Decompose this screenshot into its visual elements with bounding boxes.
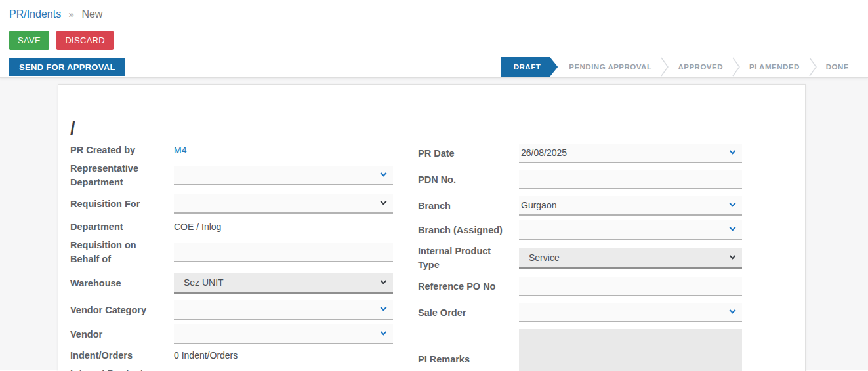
- chevron-down-icon: [381, 305, 387, 311]
- chevron-down-icon: [730, 201, 736, 207]
- department-value: COE / Inlog: [174, 220, 393, 232]
- discard-button[interactable]: DISCARD: [56, 31, 114, 50]
- form-sheet: / PR Created by M4 Representative Depart…: [58, 84, 806, 371]
- statusbar: DRAFT PENDING APPROVAL APPROVED PI AMEND…: [501, 56, 860, 77]
- field-vendor: Vendor: [70, 324, 393, 344]
- field-sale-order: Sale Order: [418, 303, 742, 322]
- form-right-column: PR Date 26/08/2025 PDN No. Branch: [418, 144, 742, 371]
- toolbar: SAVE DISCARD: [0, 25, 868, 56]
- status-step-pending-approval[interactable]: PENDING APPROVAL: [558, 63, 663, 71]
- status-step-draft[interactable]: DRAFT: [501, 57, 558, 77]
- field-requisition-on-behalf-of: Requisition on Behalf of: [70, 239, 393, 266]
- field-label: Warehouse: [70, 277, 174, 290]
- field-pi-remarks: PI Remarks: [418, 329, 742, 371]
- field-internal-product-type: Internal Product Type Service: [418, 244, 742, 272]
- status-step-pi-amended[interactable]: PI AMENDED: [738, 63, 811, 71]
- chevron-down-icon: [381, 170, 387, 177]
- field-label: Vendor Category: [70, 303, 174, 317]
- field-label: PDN No.: [418, 173, 519, 187]
- save-button[interactable]: SAVE: [9, 31, 49, 50]
- requisition-on-behalf-of-input[interactable]: [174, 243, 393, 262]
- chevron-down-icon: [381, 199, 387, 205]
- pi-remarks-textarea[interactable]: [519, 329, 742, 371]
- status-step-done[interactable]: DONE: [815, 63, 860, 71]
- field-label: PR Created by: [70, 144, 174, 157]
- sale-order-dropdown[interactable]: [519, 303, 742, 322]
- field-internal-product: Internal Product: [70, 367, 393, 371]
- chevron-down-icon: [381, 278, 387, 284]
- pr-date-picker[interactable]: 26/08/2025: [519, 144, 742, 163]
- field-label: Reference PO No: [418, 280, 519, 294]
- field-label: PR Date: [418, 147, 519, 161]
- field-warehouse: Warehouse Sez UNIT: [70, 273, 393, 294]
- field-label: Branch (Assigned): [418, 224, 519, 237]
- field-label: Internal Product: [70, 367, 174, 371]
- chevron-down-icon: [730, 225, 736, 231]
- form: PR Created by M4 Representative Departme…: [70, 144, 774, 371]
- status-step-approved[interactable]: APPROVED: [667, 63, 734, 71]
- field-label: Vendor: [70, 328, 174, 342]
- field-branch-assigned: Branch (Assigned): [418, 220, 742, 240]
- indent-orders-count: 0 Indent/Orders: [174, 349, 393, 361]
- reference-po-no-input[interactable]: [519, 277, 742, 296]
- form-left-column: PR Created by M4 Representative Departme…: [70, 144, 393, 371]
- breadcrumb-root-link[interactable]: PR/Indents: [9, 9, 61, 20]
- chevron-down-icon: [730, 253, 736, 260]
- branch-dropdown[interactable]: Gurgaon: [519, 196, 742, 216]
- content-area: / PR Created by M4 Representative Depart…: [0, 78, 868, 370]
- warehouse-select[interactable]: Sez UNIT: [174, 273, 393, 294]
- field-requisition-for: Requisition For: [70, 194, 393, 214]
- field-pr-created-by: PR Created by M4: [70, 144, 393, 157]
- field-pr-date: PR Date 26/08/2025: [418, 144, 742, 163]
- field-department: Department COE / Inlog: [70, 220, 393, 234]
- vendor-dropdown[interactable]: [174, 324, 393, 344]
- field-label: PI Remarks: [418, 353, 519, 366]
- representative-department-dropdown[interactable]: [174, 166, 393, 186]
- chevron-down-icon: [730, 307, 736, 314]
- internal-product-value: [174, 367, 393, 368]
- field-label: Internal Product Type: [418, 244, 519, 272]
- field-indent-orders: Indent/Orders 0 Indent/Orders: [70, 349, 393, 362]
- action-status-row: SEND FOR APPROVAL DRAFT PENDING APPROVAL…: [0, 56, 868, 78]
- requisition-for-select[interactable]: [174, 194, 393, 214]
- internal-product-type-select[interactable]: Service: [519, 248, 742, 269]
- field-label: Department: [70, 220, 174, 234]
- field-reference-po-no: Reference PO No: [418, 277, 742, 296]
- pr-created-by-value[interactable]: M4: [174, 144, 393, 155]
- chevron-down-icon: [381, 329, 387, 336]
- field-vendor-category: Vendor Category: [70, 300, 393, 320]
- vendor-category-dropdown[interactable]: [174, 300, 393, 320]
- breadcrumb-separator: »: [69, 9, 74, 20]
- field-label: Representative Department: [70, 162, 174, 189]
- field-label: Branch: [418, 199, 519, 213]
- send-for-approval-button[interactable]: SEND FOR APPROVAL: [9, 58, 125, 76]
- branch-assigned-dropdown[interactable]: [519, 220, 742, 240]
- field-label: Sale Order: [418, 306, 519, 320]
- field-representative-department: Representative Department: [70, 162, 393, 189]
- record-title: /: [70, 85, 774, 144]
- breadcrumb: PR/Indents » New: [0, 0, 868, 25]
- breadcrumb-current: New: [81, 9, 102, 20]
- pdn-no-input[interactable]: [519, 170, 742, 189]
- chevron-down-icon: [730, 148, 736, 155]
- field-label: Indent/Orders: [70, 349, 174, 362]
- field-label: Requisition For: [70, 197, 174, 211]
- field-branch: Branch Gurgaon: [418, 196, 742, 216]
- field-pdn-no: PDN No.: [418, 170, 742, 189]
- field-label: Requisition on Behalf of: [70, 239, 174, 266]
